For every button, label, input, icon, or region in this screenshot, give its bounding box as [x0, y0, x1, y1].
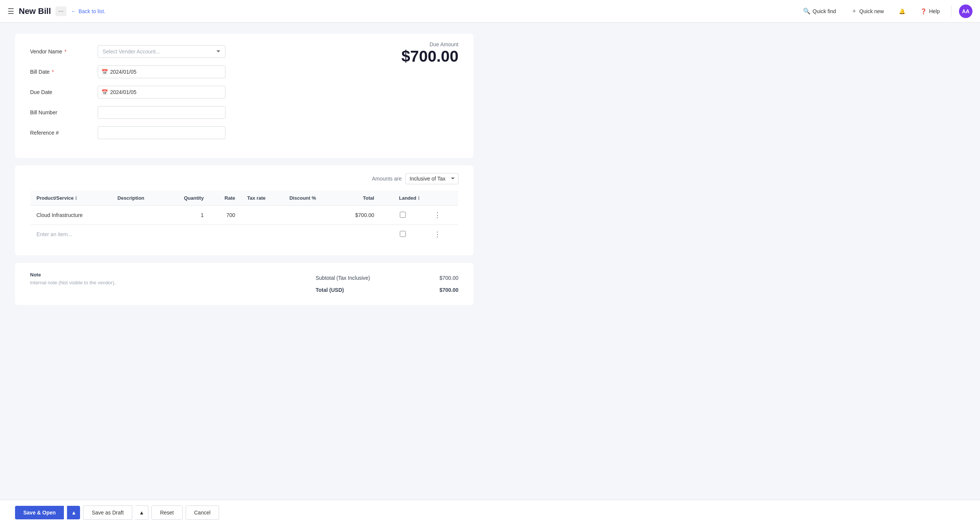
empty-cell-discount[interactable] [283, 225, 337, 244]
landed-checkbox[interactable] [400, 212, 406, 218]
due-date-input[interactable] [98, 86, 226, 99]
product-info-icon[interactable]: ℹ [75, 196, 77, 201]
col-description: Description [111, 191, 166, 206]
empty-cell-quantity[interactable] [165, 225, 210, 244]
header-right: 🔍 Quick find ＋ Quick new 🔔 ❓ Help AA [799, 5, 972, 18]
row-actions-button[interactable]: ⋮ [432, 210, 443, 220]
col-total: Total [337, 191, 380, 206]
cell-row-actions: ⋮ [426, 206, 458, 225]
due-amount-block: Due Amount $700.00 [401, 41, 458, 65]
bill-date-label: Bill Date * [30, 69, 98, 75]
back-arrow-icon: ← [71, 8, 76, 14]
subtotal-row: Subtotal (Tax Inclusive) $700.00 [316, 272, 458, 284]
empty-cell-landed [380, 225, 426, 244]
cell-tax-rate [241, 206, 283, 225]
empty-row-actions-button[interactable]: ⋮ [432, 230, 443, 239]
empty-cell-tax-rate[interactable] [241, 225, 283, 244]
calendar-icon: 📅 [102, 69, 108, 75]
quick-new-label: Quick new [859, 8, 884, 14]
col-discount: Discount % [283, 191, 337, 206]
table-body: Cloud Infrastructure 1 700 $700.00 ⋮ [30, 206, 458, 244]
cell-landed [380, 206, 426, 225]
bill-date-row: Bill Date * 📅 [30, 65, 458, 78]
empty-table-row: Enter an item... ⋮ [30, 225, 458, 244]
app-header: ☰ New Bill ··· ← Back to list. 🔍 Quick f… [0, 0, 980, 22]
note-block: Note Internal note (Not visible to the v… [30, 272, 301, 296]
main-content: Due Amount $700.00 Vendor Name * Select … [0, 22, 488, 316]
vendor-name-row: Vendor Name * Select Vender Account... [30, 45, 458, 58]
total-label: Total (USD) [316, 287, 344, 293]
calendar-icon-2: 📅 [102, 89, 108, 95]
table-row: Cloud Infrastructure 1 700 $700.00 ⋮ [30, 206, 458, 225]
quick-new-button[interactable]: ＋ Quick new [847, 5, 888, 17]
due-date-label: Due Date [30, 89, 98, 95]
empty-cell-total [337, 225, 380, 244]
line-items-section: Amounts are Inclusive of Tax Exclusive o… [15, 166, 474, 255]
amounts-are-label: Amounts are [372, 176, 402, 182]
help-icon: ❓ [920, 8, 927, 14]
empty-cell-product[interactable]: Enter an item... [30, 225, 111, 244]
vendor-name-label: Vendor Name * [30, 48, 98, 54]
more-options-button[interactable]: ··· [56, 6, 67, 16]
form-section: Due Amount $700.00 Vendor Name * Select … [15, 34, 474, 158]
avatar-initials: AA [962, 8, 969, 14]
empty-cell-rate[interactable] [210, 225, 241, 244]
reference-input[interactable] [98, 126, 226, 139]
subtotal-value: $700.00 [439, 275, 458, 281]
notifications-button[interactable]: 🔔 [895, 6, 909, 16]
col-quantity: Quantity [165, 191, 210, 206]
note-label: Note [30, 272, 301, 278]
cell-description [111, 206, 166, 225]
search-icon: 🔍 [803, 8, 811, 15]
subtotal-label: Subtotal (Tax Inclusive) [316, 275, 370, 281]
help-button[interactable]: ❓ Help [916, 6, 943, 16]
quick-find-label: Quick find [813, 8, 836, 14]
bell-icon: 🔔 [899, 8, 905, 14]
empty-cell-description[interactable] [111, 225, 166, 244]
cell-product: Cloud Infrastructure [30, 206, 111, 225]
help-label: Help [929, 8, 940, 14]
bill-date-wrapper: 📅 [98, 65, 226, 78]
amounts-are-bar: Amounts are Inclusive of Tax Exclusive o… [30, 173, 458, 184]
bottom-section: Note Internal note (Not visible to the v… [15, 263, 474, 305]
amounts-tax-select[interactable]: Inclusive of Tax Exclusive of Tax No Tax [406, 173, 458, 184]
cell-discount [283, 206, 337, 225]
due-amount-label: Due Amount [401, 41, 458, 47]
header-left: ☰ New Bill ··· ← Back to list. [8, 6, 799, 16]
empty-cell-actions: ⋮ [426, 225, 458, 244]
col-tax-rate: Tax rate [241, 191, 283, 206]
note-placeholder: Internal note (Not visible to the vendor… [30, 280, 301, 286]
cell-quantity: 1 [165, 206, 210, 225]
bill-number-label: Bill Number [30, 109, 98, 115]
back-to-list-link[interactable]: ← Back to list. [71, 8, 106, 14]
quick-find-button[interactable]: 🔍 Quick find [799, 5, 840, 17]
empty-landed-checkbox[interactable] [400, 231, 406, 237]
header-divider [951, 6, 951, 17]
table-header: Product/Service ℹ Description Quantity R… [30, 191, 458, 206]
reference-label: Reference # [30, 130, 98, 136]
cell-rate: 700 [210, 206, 241, 225]
plus-icon: ＋ [851, 7, 857, 15]
bill-number-input[interactable] [98, 106, 226, 119]
back-to-list-label: Back to list. [78, 8, 106, 14]
hamburger-icon[interactable]: ☰ [8, 7, 14, 16]
due-amount-value: $700.00 [401, 47, 458, 65]
bill-number-row: Bill Number [30, 106, 458, 119]
due-date-row: Due Date 📅 [30, 86, 458, 99]
avatar[interactable]: AA [959, 5, 972, 18]
page-title: New Bill [19, 6, 51, 16]
col-rate: Rate [210, 191, 241, 206]
items-table: Product/Service ℹ Description Quantity R… [30, 190, 458, 244]
cell-total: $700.00 [337, 206, 380, 225]
landed-info-icon[interactable]: ℹ [418, 196, 420, 201]
required-marker: * [63, 48, 67, 54]
total-row: Total (USD) $700.00 [316, 284, 458, 296]
bill-date-input[interactable] [98, 65, 226, 78]
total-value: $700.00 [439, 287, 458, 293]
col-landed: Landed ℹ [380, 191, 426, 206]
vendor-name-select[interactable]: Select Vender Account... [98, 45, 226, 58]
totals-block: Subtotal (Tax Inclusive) $700.00 Total (… [316, 272, 458, 296]
col-product: Product/Service ℹ [30, 191, 111, 206]
reference-row: Reference # [30, 126, 458, 139]
due-date-wrapper: 📅 [98, 86, 226, 99]
